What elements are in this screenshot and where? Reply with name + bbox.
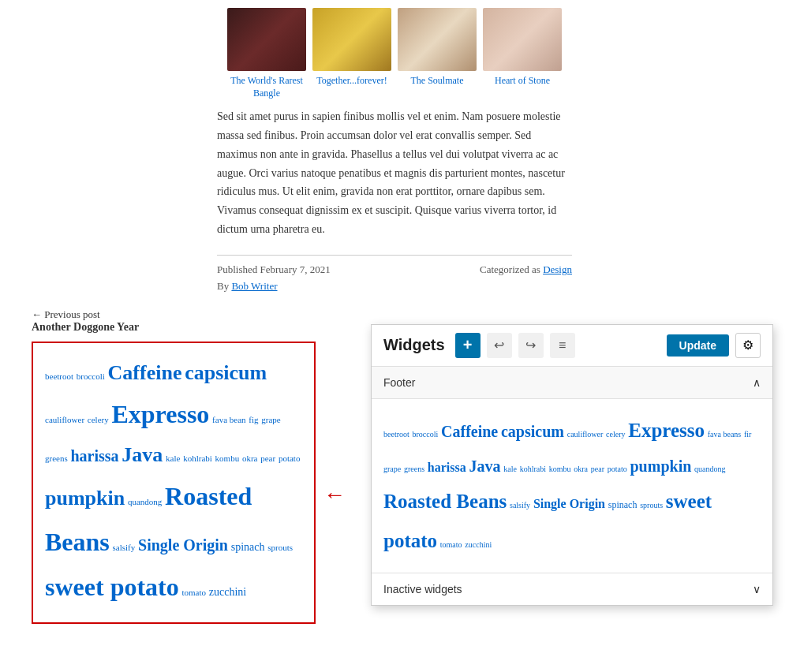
- widgets-title: Widgets: [383, 336, 445, 354]
- widget-tag-sprouts[interactable]: sprouts: [640, 501, 663, 510]
- widget-tag-kombu[interactable]: kombu: [549, 465, 571, 473]
- widget-tag-potato[interactable]: potato: [608, 465, 627, 473]
- widget-tag-zucchini[interactable]: zucchini: [465, 540, 492, 549]
- tag-link-okra[interactable]: okra: [242, 454, 258, 463]
- widget-tag-expresso[interactable]: Expresso: [628, 420, 705, 441]
- tag-link-sprouts[interactable]: sprouts: [267, 543, 293, 552]
- inactive-chevron-icon: ∨: [753, 583, 761, 595]
- prev-post-link[interactable]: ← Previous post: [32, 308, 773, 321]
- publish-date: Published February 7, 2021: [217, 263, 331, 276]
- tag-link-caffeine[interactable]: Caffeine: [108, 361, 182, 384]
- gallery-item-stone[interactable]: Heart of Stone: [483, 8, 562, 99]
- inactive-widgets-section[interactable]: Inactive widgets ∨: [372, 573, 772, 605]
- tag-link-fava-bean[interactable]: fava bean: [212, 415, 245, 424]
- gallery-caption-1: The World's Rarest Bangle: [227, 75, 306, 99]
- gallery-thumb-dark: [227, 8, 306, 71]
- inactive-widgets-label: Inactive widgets: [383, 583, 462, 595]
- widget-tag-roasted-beans[interactable]: Roasted Beans: [383, 491, 507, 512]
- settings-button[interactable]: ⚙: [735, 333, 761, 358]
- widget-tag-fir[interactable]: fir: [744, 430, 751, 439]
- widget-tag-java[interactable]: Java: [469, 457, 500, 475]
- tag-link-capsicum[interactable]: capsicum: [185, 361, 267, 384]
- widgets-header: Widgets + ↩ ↪ ≡ Update ⚙: [372, 325, 772, 367]
- post-author: By Bob Writer: [217, 280, 572, 293]
- tag-link-spinach[interactable]: spinach: [231, 541, 265, 553]
- body-text: Sed sit amet purus in sapien finibus mol…: [217, 107, 572, 239]
- tag-link-salsify[interactable]: salsify: [113, 543, 136, 552]
- tag-link-sweet-potato[interactable]: sweet potato: [45, 573, 179, 601]
- footer-section-header[interactable]: Footer ∧: [372, 367, 772, 399]
- gallery-item-dark-bangle[interactable]: The World's Rarest Bangle: [227, 8, 306, 99]
- widget-tag-single-origin[interactable]: Single Origin: [533, 497, 605, 510]
- undo-button[interactable]: ↩: [487, 333, 512, 358]
- tag-link-broccoli[interactable]: broccoli: [77, 371, 105, 381]
- tag-link-cauliflower[interactable]: cauliflower: [45, 415, 84, 424]
- widget-tag-fava-beans[interactable]: fava beans: [708, 430, 741, 439]
- footer-widget-section: Footer ∧ beetroot broccoli Caffeine caps…: [372, 367, 772, 573]
- widget-tag-harissa[interactable]: harissa: [428, 461, 466, 474]
- tag-link-java[interactable]: Java: [122, 443, 163, 466]
- gallery-caption-2: Together...forever!: [316, 75, 387, 88]
- gallery-thumb-gold: [312, 8, 391, 71]
- tag-link-greens[interactable]: greens: [45, 454, 68, 463]
- list-view-button[interactable]: ≡: [550, 333, 575, 358]
- gallery-item-gold-rings[interactable]: Together...forever!: [312, 8, 391, 99]
- tag-link-harissa[interactable]: harissa: [70, 447, 118, 465]
- gallery: The World's Rarest Bangle Together...for…: [16, 8, 773, 99]
- tag-link-celery[interactable]: celery: [88, 415, 109, 424]
- widget-tag-caffeine[interactable]: Caffeine: [441, 423, 498, 440]
- arrow-indicator: ←: [323, 482, 346, 507]
- category-link[interactable]: Design: [543, 263, 572, 275]
- footer-section-chevron: ∧: [753, 376, 761, 389]
- tag-link-expresso[interactable]: Expresso: [111, 400, 209, 428]
- post-category: Categorized as Design: [480, 263, 572, 276]
- gallery-caption-4: Heart of Stone: [495, 75, 550, 88]
- divider: [217, 255, 572, 256]
- widget-tag-kale[interactable]: kale: [503, 465, 517, 473]
- add-widget-button[interactable]: +: [455, 333, 481, 358]
- gallery-thumb-stone: [483, 8, 562, 71]
- widget-tag-cauliflower[interactable]: cauliflower: [567, 430, 604, 439]
- footer-section-label: Footer: [383, 376, 415, 389]
- widget-tag-pumpkin[interactable]: pumpkin: [630, 457, 692, 475]
- widget-tag-quandong[interactable]: quandong: [694, 465, 725, 473]
- tag-link-zucchini[interactable]: zucchini: [209, 586, 246, 598]
- tag-link-grape[interactable]: grape: [261, 415, 280, 424]
- redo-button[interactable]: ↪: [518, 333, 544, 358]
- tag-link-quandong[interactable]: quandong: [128, 497, 162, 506]
- author-link[interactable]: Bob Writer: [231, 280, 277, 292]
- widget-tag-grape[interactable]: grape: [383, 465, 401, 473]
- widget-tag-celery[interactable]: celery: [606, 430, 625, 439]
- widget-tag-okra[interactable]: okra: [574, 465, 588, 473]
- gallery-caption-3: The Soulmate: [411, 75, 464, 88]
- tag-link-kohlrabi[interactable]: kohlrabi: [183, 454, 212, 463]
- widget-tag-broccoli[interactable]: broccoli: [413, 430, 439, 439]
- tag-link-kombu[interactable]: kombu: [215, 454, 240, 463]
- widget-tag-beetroot[interactable]: beetroot: [383, 430, 409, 439]
- tag-link-pear[interactable]: pear: [260, 454, 275, 463]
- tag-link-kale[interactable]: kale: [166, 454, 180, 463]
- widget-tag-greens[interactable]: greens: [404, 465, 424, 473]
- update-button[interactable]: Update: [667, 334, 729, 357]
- gallery-thumb-diamond: [398, 8, 477, 71]
- widget-tag-cloud: beetroot broccoli Caffeine capsicum caul…: [383, 411, 761, 561]
- widget-tag-tomato[interactable]: tomato: [440, 540, 462, 549]
- gallery-item-diamond[interactable]: The Soulmate: [398, 8, 477, 99]
- widget-tag-salsify[interactable]: salsify: [510, 501, 530, 510]
- tag-link-tomato[interactable]: tomato: [181, 588, 206, 597]
- tag-cloud-box: beetroot broccoli Caffeine capsicum caul…: [32, 342, 316, 624]
- footer-widget-content: beetroot broccoli Caffeine capsicum caul…: [372, 399, 772, 573]
- tag-link-fig[interactable]: fig: [249, 415, 258, 424]
- widget-tag-capsicum[interactable]: capsicum: [501, 423, 564, 440]
- post-meta: Published February 7, 2021 Categorized a…: [217, 263, 572, 276]
- widgets-panel: Widgets + ↩ ↪ ≡ Update ⚙ Footer ∧ beetro…: [371, 324, 773, 606]
- tag-link-single-origin[interactable]: Single Origin: [138, 536, 228, 554]
- tag-link-beetroot[interactable]: beetroot: [45, 371, 73, 381]
- widget-tag-spinach[interactable]: spinach: [608, 499, 638, 510]
- widget-tag-kohlrabi[interactable]: kohlrabi: [520, 465, 546, 473]
- tag-link-potato[interactable]: potato: [279, 454, 301, 463]
- tag-link-pumpkin[interactable]: pumpkin: [45, 487, 125, 510]
- widget-tag-pear[interactable]: pear: [591, 465, 604, 473]
